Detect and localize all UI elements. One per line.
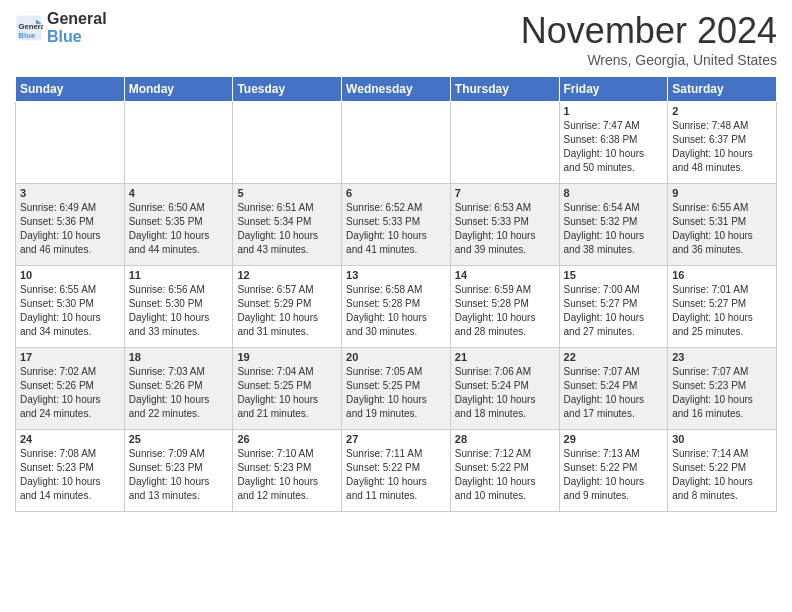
day-info: Sunrise: 7:00 AM Sunset: 5:27 PM Dayligh…: [564, 283, 664, 339]
day-info: Sunrise: 7:47 AM Sunset: 6:38 PM Dayligh…: [564, 119, 664, 175]
calendar-table: SundayMondayTuesdayWednesdayThursdayFrid…: [15, 76, 777, 512]
day-cell: 30Sunrise: 7:14 AM Sunset: 5:22 PM Dayli…: [668, 430, 777, 512]
day-cell: 10Sunrise: 6:55 AM Sunset: 5:30 PM Dayli…: [16, 266, 125, 348]
day-number: 1: [564, 105, 664, 117]
day-cell: 8Sunrise: 6:54 AM Sunset: 5:32 PM Daylig…: [559, 184, 668, 266]
day-cell: 27Sunrise: 7:11 AM Sunset: 5:22 PM Dayli…: [342, 430, 451, 512]
day-number: 16: [672, 269, 772, 281]
day-info: Sunrise: 6:58 AM Sunset: 5:28 PM Dayligh…: [346, 283, 446, 339]
day-cell: 5Sunrise: 6:51 AM Sunset: 5:34 PM Daylig…: [233, 184, 342, 266]
day-cell: [124, 102, 233, 184]
day-info: Sunrise: 6:54 AM Sunset: 5:32 PM Dayligh…: [564, 201, 664, 257]
day-number: 30: [672, 433, 772, 445]
day-info: Sunrise: 7:48 AM Sunset: 6:37 PM Dayligh…: [672, 119, 772, 175]
day-number: 20: [346, 351, 446, 363]
day-info: Sunrise: 7:09 AM Sunset: 5:23 PM Dayligh…: [129, 447, 229, 503]
day-info: Sunrise: 7:03 AM Sunset: 5:26 PM Dayligh…: [129, 365, 229, 421]
day-number: 8: [564, 187, 664, 199]
day-cell: 24Sunrise: 7:08 AM Sunset: 5:23 PM Dayli…: [16, 430, 125, 512]
day-info: Sunrise: 7:14 AM Sunset: 5:22 PM Dayligh…: [672, 447, 772, 503]
day-info: Sunrise: 7:13 AM Sunset: 5:22 PM Dayligh…: [564, 447, 664, 503]
day-info: Sunrise: 7:11 AM Sunset: 5:22 PM Dayligh…: [346, 447, 446, 503]
header-wednesday: Wednesday: [342, 77, 451, 102]
day-info: Sunrise: 6:50 AM Sunset: 5:35 PM Dayligh…: [129, 201, 229, 257]
day-cell: 29Sunrise: 7:13 AM Sunset: 5:22 PM Dayli…: [559, 430, 668, 512]
day-cell: 11Sunrise: 6:56 AM Sunset: 5:30 PM Dayli…: [124, 266, 233, 348]
day-cell: 2Sunrise: 7:48 AM Sunset: 6:37 PM Daylig…: [668, 102, 777, 184]
day-info: Sunrise: 6:52 AM Sunset: 5:33 PM Dayligh…: [346, 201, 446, 257]
day-number: 29: [564, 433, 664, 445]
day-info: Sunrise: 6:51 AM Sunset: 5:34 PM Dayligh…: [237, 201, 337, 257]
day-info: Sunrise: 7:02 AM Sunset: 5:26 PM Dayligh…: [20, 365, 120, 421]
day-number: 17: [20, 351, 120, 363]
day-number: 21: [455, 351, 555, 363]
header-sunday: Sunday: [16, 77, 125, 102]
day-number: 28: [455, 433, 555, 445]
day-number: 5: [237, 187, 337, 199]
day-info: Sunrise: 7:05 AM Sunset: 5:25 PM Dayligh…: [346, 365, 446, 421]
day-info: Sunrise: 7:07 AM Sunset: 5:24 PM Dayligh…: [564, 365, 664, 421]
week-row-0: 1Sunrise: 7:47 AM Sunset: 6:38 PM Daylig…: [16, 102, 777, 184]
day-info: Sunrise: 7:07 AM Sunset: 5:23 PM Dayligh…: [672, 365, 772, 421]
day-cell: 4Sunrise: 6:50 AM Sunset: 5:35 PM Daylig…: [124, 184, 233, 266]
week-row-3: 17Sunrise: 7:02 AM Sunset: 5:26 PM Dayli…: [16, 348, 777, 430]
day-cell: 19Sunrise: 7:04 AM Sunset: 5:25 PM Dayli…: [233, 348, 342, 430]
day-cell: 23Sunrise: 7:07 AM Sunset: 5:23 PM Dayli…: [668, 348, 777, 430]
day-number: 9: [672, 187, 772, 199]
day-number: 13: [346, 269, 446, 281]
logo-icon: General Blue: [15, 14, 43, 42]
day-cell: 13Sunrise: 6:58 AM Sunset: 5:28 PM Dayli…: [342, 266, 451, 348]
day-cell: 12Sunrise: 6:57 AM Sunset: 5:29 PM Dayli…: [233, 266, 342, 348]
day-cell: [450, 102, 559, 184]
day-number: 14: [455, 269, 555, 281]
day-info: Sunrise: 7:10 AM Sunset: 5:23 PM Dayligh…: [237, 447, 337, 503]
week-row-1: 3Sunrise: 6:49 AM Sunset: 5:36 PM Daylig…: [16, 184, 777, 266]
day-number: 11: [129, 269, 229, 281]
logo-blue: Blue: [47, 28, 107, 46]
title-block: November 2024 Wrens, Georgia, United Sta…: [521, 10, 777, 68]
day-number: 19: [237, 351, 337, 363]
day-number: 23: [672, 351, 772, 363]
main-container: General Blue General Blue November 2024 …: [0, 0, 792, 522]
day-cell: 21Sunrise: 7:06 AM Sunset: 5:24 PM Dayli…: [450, 348, 559, 430]
day-number: 22: [564, 351, 664, 363]
day-number: 15: [564, 269, 664, 281]
day-number: 12: [237, 269, 337, 281]
week-row-4: 24Sunrise: 7:08 AM Sunset: 5:23 PM Dayli…: [16, 430, 777, 512]
day-info: Sunrise: 6:57 AM Sunset: 5:29 PM Dayligh…: [237, 283, 337, 339]
day-cell: 28Sunrise: 7:12 AM Sunset: 5:22 PM Dayli…: [450, 430, 559, 512]
header-friday: Friday: [559, 77, 668, 102]
day-cell: 6Sunrise: 6:52 AM Sunset: 5:33 PM Daylig…: [342, 184, 451, 266]
header-thursday: Thursday: [450, 77, 559, 102]
day-cell: 16Sunrise: 7:01 AM Sunset: 5:27 PM Dayli…: [668, 266, 777, 348]
logo: General Blue General Blue: [15, 10, 107, 45]
calendar-header: SundayMondayTuesdayWednesdayThursdayFrid…: [16, 77, 777, 102]
day-number: 7: [455, 187, 555, 199]
day-cell: [16, 102, 125, 184]
day-number: 26: [237, 433, 337, 445]
day-number: 2: [672, 105, 772, 117]
day-number: 27: [346, 433, 446, 445]
day-cell: 14Sunrise: 6:59 AM Sunset: 5:28 PM Dayli…: [450, 266, 559, 348]
day-cell: 18Sunrise: 7:03 AM Sunset: 5:26 PM Dayli…: [124, 348, 233, 430]
header-tuesday: Tuesday: [233, 77, 342, 102]
day-info: Sunrise: 6:55 AM Sunset: 5:31 PM Dayligh…: [672, 201, 772, 257]
day-info: Sunrise: 7:01 AM Sunset: 5:27 PM Dayligh…: [672, 283, 772, 339]
day-number: 18: [129, 351, 229, 363]
header-monday: Monday: [124, 77, 233, 102]
day-info: Sunrise: 6:55 AM Sunset: 5:30 PM Dayligh…: [20, 283, 120, 339]
day-number: 24: [20, 433, 120, 445]
day-cell: 26Sunrise: 7:10 AM Sunset: 5:23 PM Dayli…: [233, 430, 342, 512]
day-info: Sunrise: 6:56 AM Sunset: 5:30 PM Dayligh…: [129, 283, 229, 339]
day-number: 25: [129, 433, 229, 445]
day-cell: 9Sunrise: 6:55 AM Sunset: 5:31 PM Daylig…: [668, 184, 777, 266]
logo-general: General: [47, 10, 107, 28]
day-cell: 3Sunrise: 6:49 AM Sunset: 5:36 PM Daylig…: [16, 184, 125, 266]
header-saturday: Saturday: [668, 77, 777, 102]
day-number: 6: [346, 187, 446, 199]
month-title: November 2024: [521, 10, 777, 52]
week-row-2: 10Sunrise: 6:55 AM Sunset: 5:30 PM Dayli…: [16, 266, 777, 348]
day-number: 10: [20, 269, 120, 281]
day-cell: 15Sunrise: 7:00 AM Sunset: 5:27 PM Dayli…: [559, 266, 668, 348]
day-info: Sunrise: 7:06 AM Sunset: 5:24 PM Dayligh…: [455, 365, 555, 421]
